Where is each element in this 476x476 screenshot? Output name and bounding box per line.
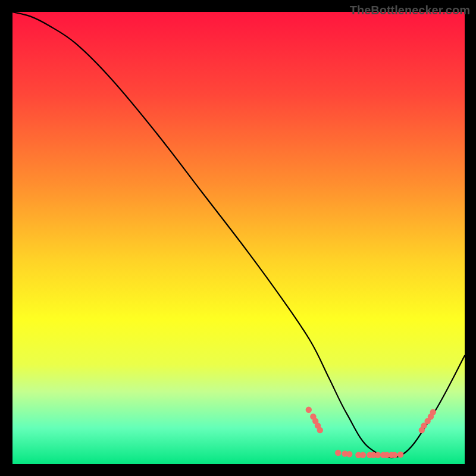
marker-dot bbox=[397, 452, 403, 458]
marker-dot bbox=[317, 427, 323, 433]
gradient-background bbox=[12, 12, 465, 464]
marker-dot bbox=[346, 451, 352, 457]
marker-dot bbox=[392, 452, 397, 458]
marker-dot bbox=[360, 452, 366, 458]
plot-area bbox=[12, 12, 465, 464]
chart-container: TheBottlenecker.com bbox=[0, 0, 476, 476]
marker-dot bbox=[306, 407, 312, 413]
marker-dot bbox=[430, 409, 436, 415]
marker-dot bbox=[375, 452, 381, 458]
watermark-text: TheBottlenecker.com bbox=[350, 4, 470, 17]
marker-dot bbox=[335, 450, 341, 456]
chart-svg bbox=[12, 12, 465, 464]
